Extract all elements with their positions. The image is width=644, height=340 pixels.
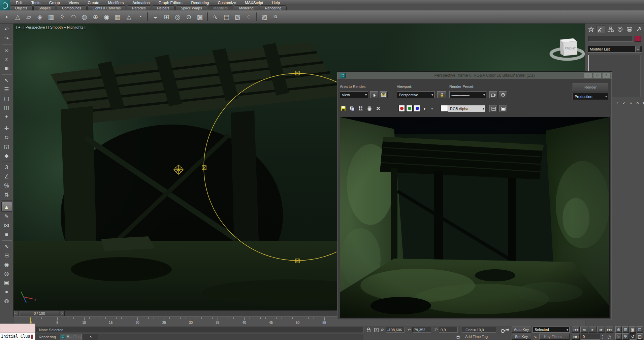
select-object-icon[interactable]: ↖ (2, 76, 12, 85)
menu-graph-editors[interactable]: Graph Editors (154, 0, 187, 5)
menu-maxscript[interactable]: MAXScript (240, 0, 267, 5)
maximize-icon[interactable]: ◻ (593, 73, 601, 78)
minimize-window-icon[interactable]: ▭ (78, 335, 81, 339)
field-of-view-icon[interactable]: ▷ (615, 333, 622, 340)
menu-create[interactable]: Create (83, 0, 104, 5)
viewport-label[interactable]: [ + ] [ Perspective ] [ Smooth + Highlig… (16, 25, 85, 29)
menu-group[interactable]: Group (45, 0, 64, 5)
push-modifier-icon[interactable]: ◠ (68, 12, 79, 22)
spinner-snap-icon[interactable]: ⇅ (2, 190, 12, 199)
time-slider-next-button[interactable]: > (60, 311, 65, 316)
mirror-tool-icon[interactable]: ⋈ (2, 221, 12, 230)
align-icon[interactable]: ≡ (2, 230, 12, 239)
menu-edit[interactable]: Edit (11, 0, 27, 5)
menu-views[interactable]: Views (64, 0, 83, 5)
rect-selection-icon[interactable]: ▢ (2, 94, 12, 103)
material-id-icon[interactable]: ID (270, 12, 281, 22)
zoom-region-icon[interactable]: ⊞ (622, 326, 629, 333)
remove-modifier-icon[interactable]: ✕ (635, 100, 640, 105)
hierarchy-tab-icon[interactable] (606, 26, 615, 33)
redo-icon[interactable]: ↷ (2, 34, 12, 43)
snap-3d-icon[interactable]: 3 (2, 163, 12, 172)
rendered-frame-icon[interactable]: ▣ (2, 278, 12, 287)
menu-customize[interactable]: Customize (213, 0, 240, 5)
render-production-icon[interactable]: ● (2, 287, 12, 296)
twist-modifier-icon[interactable]: ▱ (23, 12, 34, 22)
percent-snap-icon[interactable]: % (2, 181, 12, 190)
pan-icon[interactable]: Ψ (622, 333, 629, 340)
turbosmooth-modifier-icon[interactable]: ⊙ (183, 12, 194, 22)
play-button[interactable]: ▶ (589, 327, 597, 333)
curve-editor-icon[interactable]: ∿ (2, 242, 12, 251)
sweep-modifier-icon[interactable]: ▤ (221, 12, 232, 22)
shell-modifier-icon[interactable]: ▨ (259, 12, 270, 22)
stretch-modifier-icon[interactable]: ▥ (45, 12, 57, 22)
object-color-swatch[interactable] (635, 36, 641, 42)
alpha-channel-icon[interactable]: ● (429, 105, 435, 112)
copy-image-icon[interactable] (349, 105, 355, 112)
scale-icon[interactable]: ◱ (2, 142, 12, 151)
configure-modifier-sets-icon[interactable]: ▦ (642, 100, 644, 105)
create-tab-icon[interactable] (587, 26, 595, 33)
utilities-tab-icon[interactable] (635, 26, 643, 33)
wave-modifier-icon[interactable]: ◉ (101, 12, 112, 22)
layers-display-icon[interactable] (489, 105, 497, 112)
area-to-render-dropdown[interactable]: View▾ (340, 91, 368, 98)
display-tab-icon[interactable] (625, 26, 634, 33)
move-icon[interactable]: ✢ (2, 124, 12, 133)
ffd-modifier-icon[interactable]: ⊞ (161, 12, 172, 22)
modifier-list-dropdown[interactable]: Modifier List ▾ (588, 46, 642, 53)
tab-space-warps[interactable]: Space Warps (175, 5, 207, 10)
auto-key-button[interactable]: Auto Key (512, 327, 531, 333)
rotate-icon[interactable]: ↻ (2, 133, 12, 142)
print-image-icon[interactable] (366, 105, 373, 112)
make-unique-icon[interactable]: ∷ (629, 100, 633, 105)
time-slider-thumb[interactable]: 0 / 100 (20, 311, 59, 316)
zoom-extents-all-icon[interactable]: ⊡ (637, 326, 643, 333)
menu-help[interactable]: Help (267, 0, 284, 5)
squeeze-modifier-icon[interactable]: ◊ (57, 12, 68, 22)
render-setup-icon[interactable]: ◎ (2, 269, 12, 278)
noise-modifier-icon[interactable]: ◈ (34, 12, 45, 22)
render-mode-dropdown[interactable]: Production▾ (573, 93, 608, 100)
monochrome-icon[interactable]: ◐ (422, 105, 428, 112)
smooth-modifier-icon[interactable]: ◎ (172, 12, 183, 22)
relax-modifier-icon[interactable]: ◍ (79, 12, 90, 22)
motion-tab-icon[interactable] (616, 26, 624, 33)
tab-objects[interactable]: Objects (10, 5, 33, 10)
window-crossing-icon[interactable]: ◫ (2, 103, 12, 112)
tab-shapes[interactable]: Shapes (33, 5, 56, 10)
selection-set-dropdown[interactable]: Selected▾ (533, 327, 570, 333)
minimize-icon[interactable]: – (584, 73, 592, 78)
time-tag-cube-icon[interactable]: ⬒ (455, 334, 461, 339)
keyboard-override-icon[interactable]: ▲ (1, 202, 12, 212)
absolute-mode-icon[interactable] (373, 327, 379, 333)
macro-recorder-line[interactable] (0, 324, 35, 333)
uvw-map-modifier-icon[interactable]: ▧ (232, 12, 243, 22)
red-channel-icon[interactable] (398, 105, 405, 112)
ripple-modifier-icon[interactable]: ⊕ (90, 12, 101, 22)
menu-rendering[interactable]: Rendering (187, 0, 213, 5)
xform-modifier-icon[interactable]: ◔ (134, 12, 146, 22)
bend-modifier-icon[interactable]: ◖ (1, 12, 12, 22)
pin-stack-icon[interactable]: ▪ (615, 100, 620, 105)
z-coord-field[interactable]: 0,0 (439, 327, 458, 333)
material-editor-icon[interactable]: ◉ (2, 260, 12, 269)
schematic-view-icon[interactable]: ⊟ (2, 251, 12, 260)
render-button[interactable]: Render (573, 83, 608, 91)
menu-modifiers[interactable]: Modifiers (104, 0, 128, 5)
channel-display-dropdown[interactable]: RGB Alpha▾ (448, 105, 486, 112)
go-to-start-button[interactable]: |◀◀ (572, 327, 580, 333)
meshsmooth-modifier-icon[interactable]: ▩ (194, 12, 205, 22)
mirror-modifier-icon[interactable]: ◬ (123, 12, 134, 22)
taper-modifier-icon[interactable]: △ (12, 12, 23, 22)
tab-modifiers[interactable]: Modifiers (208, 5, 233, 10)
clone-window-icon[interactable] (357, 105, 364, 112)
zoom-icon[interactable]: ⊕ (615, 326, 622, 333)
modifier-list-chevron-icon[interactable]: ▾ (635, 46, 641, 52)
app-logo-icon[interactable] (0, 0, 10, 11)
angle-snap-icon[interactable]: ∠ (2, 172, 12, 181)
tab-compounds[interactable]: Compounds (57, 5, 87, 10)
add-time-tag[interactable]: Add Time Tag (462, 334, 500, 340)
placement-icon[interactable]: ◆ (2, 151, 12, 160)
